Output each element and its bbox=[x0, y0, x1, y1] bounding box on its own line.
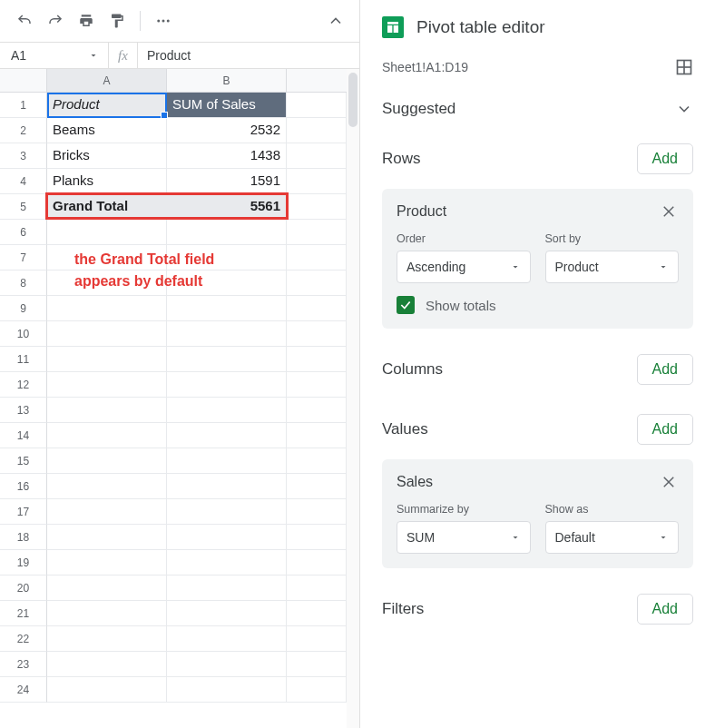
suggested-label: Suggested bbox=[382, 100, 455, 118]
row-header[interactable]: 8 bbox=[0, 271, 47, 296]
cell[interactable] bbox=[287, 169, 347, 194]
cell-a1[interactable]: Product bbox=[47, 93, 167, 118]
cell[interactable]: Bricks bbox=[47, 143, 167, 169]
more-tools-button[interactable] bbox=[148, 7, 179, 34]
column-header-rest[interactable] bbox=[287, 69, 347, 93]
row-header[interactable]: 11 bbox=[0, 347, 47, 372]
cell-grand-value[interactable]: 5561 bbox=[167, 194, 287, 220]
undo-button[interactable] bbox=[9, 7, 40, 34]
columns-label: Columns bbox=[382, 360, 443, 379]
cell[interactable]: Beams bbox=[47, 118, 167, 143]
row-header[interactable]: 21 bbox=[0, 601, 47, 626]
summarize-select[interactable]: SUM bbox=[397, 521, 531, 554]
paint-format-icon bbox=[109, 13, 125, 29]
column-header-b[interactable]: B bbox=[167, 69, 287, 93]
row-header[interactable]: 9 bbox=[0, 296, 47, 321]
redo-button[interactable] bbox=[40, 7, 71, 34]
cell-b1[interactable]: SUM of Sales bbox=[167, 93, 287, 118]
row-header[interactable]: 14 bbox=[0, 423, 47, 448]
values-card-title: Sales bbox=[397, 474, 433, 490]
collapse-toolbar-button[interactable] bbox=[319, 7, 352, 34]
toolbar bbox=[0, 0, 359, 42]
panel-title: Pivot table editor bbox=[416, 17, 545, 37]
row-header[interactable]: 22 bbox=[0, 626, 47, 652]
row-header[interactable]: 3 bbox=[0, 143, 47, 169]
range-row: Sheet1!A1:D19 bbox=[382, 58, 693, 76]
table-row: Bricks 1438 bbox=[47, 143, 347, 169]
spreadsheet-pane: A1 fx Product 1 2 3 4 5 6 7 8 9 10 bbox=[0, 0, 360, 728]
show-totals-label: Show totals bbox=[426, 298, 496, 313]
remove-rows-card-button[interactable] bbox=[659, 202, 679, 221]
scrollbar-thumb[interactable] bbox=[348, 73, 358, 127]
rows-card-title: Product bbox=[397, 203, 446, 220]
suggested-section[interactable]: Suggested bbox=[382, 100, 693, 118]
row-header[interactable]: 16 bbox=[0, 474, 47, 499]
row-header[interactable]: 15 bbox=[0, 448, 47, 474]
column-headers: A B bbox=[47, 69, 347, 93]
add-rows-button[interactable]: Add bbox=[637, 143, 693, 174]
close-icon bbox=[661, 474, 677, 490]
cell[interactable]: Planks bbox=[47, 169, 167, 194]
remove-values-card-button[interactable] bbox=[659, 472, 679, 492]
check-icon bbox=[399, 299, 412, 311]
cell[interactable] bbox=[287, 194, 347, 220]
showas-select[interactable]: Default bbox=[545, 521, 680, 554]
show-totals-checkbox[interactable] bbox=[397, 296, 415, 314]
row-header[interactable]: 6 bbox=[0, 220, 47, 245]
cell[interactable] bbox=[287, 143, 347, 169]
values-label: Values bbox=[382, 420, 428, 438]
column-header-a[interactable]: A bbox=[47, 69, 167, 93]
table-row: Beams 2532 bbox=[47, 118, 347, 143]
row-header[interactable]: 7 bbox=[0, 245, 47, 271]
pivot-table-icon bbox=[382, 16, 404, 38]
cell[interactable] bbox=[287, 93, 347, 118]
add-filters-button[interactable]: Add bbox=[637, 594, 693, 625]
table-row: Planks 1591 bbox=[47, 169, 347, 194]
name-box[interactable]: A1 bbox=[0, 43, 109, 68]
rows-section-header: Rows Add bbox=[382, 143, 693, 174]
print-button[interactable] bbox=[71, 7, 102, 34]
order-select[interactable]: Ascending bbox=[397, 251, 531, 283]
row-header[interactable]: 12 bbox=[0, 372, 47, 398]
chevron-down-icon bbox=[88, 50, 99, 61]
cell[interactable]: 1438 bbox=[167, 143, 287, 169]
row-header[interactable]: 1 bbox=[0, 93, 47, 118]
row-header[interactable]: 13 bbox=[0, 398, 47, 423]
row-header[interactable]: 18 bbox=[0, 525, 47, 550]
row-header[interactable]: 4 bbox=[0, 169, 47, 194]
row-header[interactable]: 20 bbox=[0, 576, 47, 601]
row-header[interactable]: 2 bbox=[0, 118, 47, 143]
showas-value: Default bbox=[555, 530, 595, 545]
formula-input[interactable]: Product bbox=[138, 43, 359, 68]
row-header[interactable]: 5 bbox=[0, 194, 47, 220]
fx-label: fx bbox=[109, 43, 138, 68]
paint-format-button[interactable] bbox=[102, 7, 132, 34]
cell[interactable]: 1591 bbox=[167, 169, 287, 194]
row-header[interactable]: 19 bbox=[0, 550, 47, 576]
caret-down-icon bbox=[510, 532, 521, 543]
panel-header: Pivot table editor bbox=[382, 16, 693, 38]
grid[interactable]: 1 2 3 4 5 6 7 8 9 10 11 12 13 14 15 16 1… bbox=[0, 69, 359, 728]
add-columns-button[interactable]: Add bbox=[637, 354, 693, 385]
row-header[interactable]: 23 bbox=[0, 652, 47, 677]
grand-total-row: Grand Total 5561 bbox=[47, 194, 347, 220]
add-values-button[interactable]: Add bbox=[637, 414, 693, 445]
row-header[interactable]: 10 bbox=[0, 321, 47, 347]
vertical-scrollbar[interactable] bbox=[347, 69, 359, 728]
sortby-select[interactable]: Product bbox=[545, 251, 680, 283]
data-range[interactable]: Sheet1!A1:D19 bbox=[382, 60, 468, 74]
chevron-down-icon bbox=[675, 100, 693, 118]
app-root: A1 fx Product 1 2 3 4 5 6 7 8 9 10 bbox=[0, 0, 715, 728]
chevron-up-icon bbox=[327, 12, 345, 30]
toolbar-separator bbox=[140, 11, 141, 31]
cell[interactable] bbox=[287, 118, 347, 143]
row-header[interactable]: 24 bbox=[0, 677, 47, 703]
select-range-button[interactable] bbox=[675, 58, 693, 76]
columns-section-header: Columns Add bbox=[382, 354, 693, 385]
select-all-corner[interactable] bbox=[0, 69, 47, 93]
sortby-value: Product bbox=[555, 260, 599, 274]
cell[interactable]: 2532 bbox=[167, 118, 287, 143]
row-header[interactable]: 17 bbox=[0, 499, 47, 525]
rows-label: Rows bbox=[382, 150, 421, 168]
cell-grand-label[interactable]: Grand Total bbox=[47, 194, 167, 220]
